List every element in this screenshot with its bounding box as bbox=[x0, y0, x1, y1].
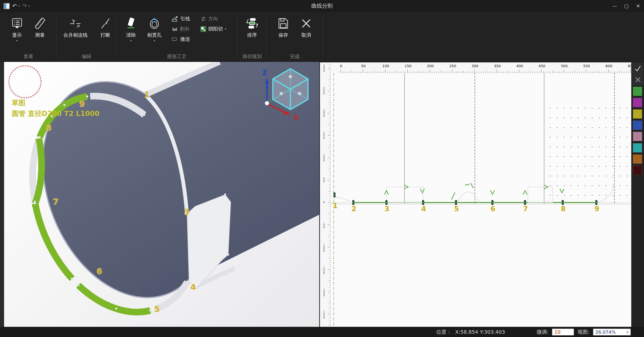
color-swatch[interactable] bbox=[633, 98, 642, 107]
color-swatch[interactable] bbox=[633, 166, 642, 175]
svg-text:650: 650 bbox=[628, 64, 631, 68]
canvas-2d[interactable]: 123456789 bbox=[331, 73, 631, 327]
cancel-button[interactable]: 取消 bbox=[295, 14, 317, 53]
ribbon-group-finish: 保存 取消 完成 bbox=[266, 12, 323, 62]
segment-number-label: 7 bbox=[53, 197, 59, 207]
svg-text:250: 250 bbox=[449, 64, 456, 68]
curve-point-number: 7 bbox=[523, 205, 528, 213]
svg-text:50: 50 bbox=[323, 177, 325, 183]
dropdown-caret-icon: ▾ bbox=[225, 28, 226, 31]
color-swatch[interactable] bbox=[633, 154, 642, 164]
cut-patch-label: 割补 bbox=[180, 26, 190, 32]
vertical-ruler: 300250200150100500-50-100-150-200-250 bbox=[320, 62, 331, 327]
svg-text:-200: -200 bbox=[323, 286, 325, 297]
display-button[interactable]: 显示 ▾ bbox=[6, 14, 28, 53]
segment-number-label: 4 bbox=[190, 282, 196, 292]
annotation-sketch: 草图 bbox=[11, 99, 25, 107]
statusbar: 位置： X:58.854 Y:303.403 微调: 视图: 26.074% ∨ bbox=[0, 327, 644, 337]
dotted-grid bbox=[550, 108, 627, 196]
color-swatch[interactable] bbox=[633, 120, 642, 130]
window-title: 曲线分割 bbox=[0, 0, 644, 12]
direction-label: 方向 bbox=[208, 16, 218, 22]
measure-button[interactable]: 测量 bbox=[29, 14, 51, 53]
svg-text:250: 250 bbox=[323, 87, 325, 95]
ribbon-group-edit: 合并相连线 打断 编辑 bbox=[57, 12, 116, 62]
viewport-3d[interactable]: 草图 圆管 直径D200 T2 L1000 13456789 y bbox=[4, 62, 319, 327]
ribbon-toolbar: 显示 ▾ 测量 查看 合并相连线 bbox=[0, 12, 644, 62]
segment-number-label: 8 bbox=[46, 123, 51, 133]
merge-lines-button[interactable]: 合并相连线 bbox=[57, 14, 94, 53]
svg-text:600: 600 bbox=[606, 64, 612, 68]
merge-lines-label: 合并相连线 bbox=[63, 32, 88, 38]
axis-origin-dot bbox=[265, 101, 269, 105]
curve-point-number: 1 bbox=[333, 202, 338, 210]
yin-yang-cut-button[interactable]: 阴阳切 ▾ bbox=[200, 26, 226, 32]
intersect-hole-button[interactable]: 相贯孔 ▾ bbox=[142, 14, 167, 42]
x-axis-label: X bbox=[293, 114, 299, 122]
color-swatch[interactable] bbox=[633, 143, 642, 153]
clear-button[interactable]: 清除 ▾ bbox=[120, 14, 142, 42]
lead-line-button[interactable]: 引线 bbox=[172, 16, 190, 22]
position-label: 位置： bbox=[436, 329, 452, 335]
color-swatch[interactable] bbox=[633, 109, 642, 119]
curve-point-number: 6 bbox=[491, 205, 495, 213]
svg-text:300: 300 bbox=[323, 64, 325, 72]
group-label-finish: 完成 bbox=[266, 53, 323, 60]
confirm-button[interactable] bbox=[633, 63, 643, 74]
x-icon bbox=[634, 76, 641, 83]
sketch-circle-annotation bbox=[9, 66, 41, 98]
svg-text:300: 300 bbox=[472, 64, 478, 68]
svg-text:100: 100 bbox=[382, 64, 389, 68]
nudge-label: 微调: bbox=[537, 329, 549, 335]
svg-text:-50: -50 bbox=[323, 221, 325, 229]
svg-text:0: 0 bbox=[323, 201, 325, 204]
minimize-button[interactable]: — bbox=[609, 0, 621, 12]
svg-text:350: 350 bbox=[494, 64, 501, 68]
svg-text:200: 200 bbox=[323, 109, 325, 117]
direction-button[interactable]: 方向 bbox=[200, 16, 218, 22]
view-label: 视图: bbox=[578, 329, 589, 335]
ribbon-group-view: 显示 ▾ 测量 查看 bbox=[0, 12, 57, 62]
segment-number-label: 9 bbox=[79, 99, 85, 109]
svg-text:150: 150 bbox=[323, 131, 325, 139]
group-label-view: 查看 bbox=[0, 53, 57, 60]
svg-text:-100: -100 bbox=[323, 242, 325, 252]
micro-joint-label: 微连 bbox=[180, 36, 190, 43]
close-button[interactable]: ✕ bbox=[632, 0, 644, 12]
group-label-edit: 编辑 bbox=[57, 53, 116, 60]
z-axis-label: Z bbox=[262, 69, 267, 77]
discard-button[interactable] bbox=[633, 74, 643, 85]
cut-patch-button[interactable]: 割补 bbox=[172, 26, 190, 32]
svg-text:0: 0 bbox=[340, 64, 342, 68]
cancel-icon bbox=[300, 16, 312, 31]
sort-button[interactable]: 排序 bbox=[241, 14, 263, 53]
save-button[interactable]: 保存 bbox=[272, 14, 294, 53]
zo​om-select[interactable]: 26.074% ∨ bbox=[593, 329, 631, 335]
segment-number-label: 3 bbox=[184, 207, 190, 217]
group-label-path-planning: 路径规划 bbox=[238, 53, 266, 60]
group-label-graphic-process: 图形工艺 bbox=[116, 53, 238, 60]
right-toolbar bbox=[631, 62, 644, 327]
sort-label: 排序 bbox=[247, 32, 257, 38]
curve-point-number: 4 bbox=[421, 205, 426, 213]
color-swatch[interactable] bbox=[633, 132, 642, 141]
zoom-value: 26.074% bbox=[593, 329, 616, 335]
color-swatch[interactable] bbox=[633, 87, 642, 96]
break-button[interactable]: 打断 bbox=[95, 14, 116, 53]
cancel-label: 取消 bbox=[301, 32, 311, 38]
intersect-hole-icon bbox=[148, 16, 160, 31]
horizontal-ruler: 050100150200250300350400450500550600650 bbox=[331, 62, 631, 73]
dropdown-caret-icon: ▾ bbox=[16, 39, 18, 42]
scene-3d: 草图 圆管 直径D200 T2 L1000 13456789 y bbox=[4, 62, 319, 327]
direction-icon bbox=[200, 16, 206, 21]
chevron-down-icon: ∨ bbox=[626, 330, 629, 334]
ribbon-group-graphic-process: 清除 ▾ 相贯孔 ▾ 引线 方向 割补 阴阳切 ▾ 微 bbox=[116, 12, 238, 62]
lead-glyphs bbox=[334, 185, 614, 203]
svg-text:-250: -250 bbox=[323, 309, 325, 319]
curve-point-number: 8 bbox=[561, 205, 566, 213]
nudge-input[interactable] bbox=[552, 329, 574, 335]
maximize-button[interactable]: ▢ bbox=[621, 0, 632, 12]
svg-text:500: 500 bbox=[561, 64, 568, 68]
micro-joint-button[interactable]: 微连 bbox=[172, 36, 190, 43]
svg-text:50: 50 bbox=[361, 64, 366, 68]
